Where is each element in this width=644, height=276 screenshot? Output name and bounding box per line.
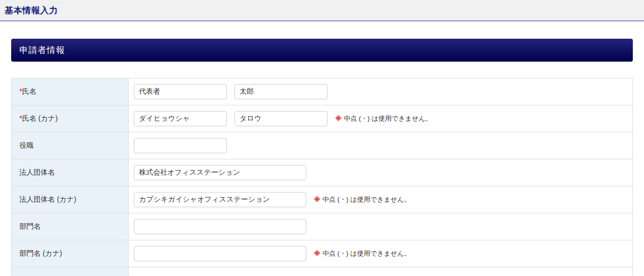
field-label-next-cutoff [12,267,129,276]
field-inputs-company-name-kana: ※中点 (・) は使用できません。 [134,192,632,207]
field-label-department-name-kana: 部門名 (カナ) [12,240,129,267]
field-content-department-name-kana: ※中点 (・) は使用できません。 [129,240,633,267]
field-inputs-name [134,84,632,99]
field-inputs-department-name-kana: ※中点 (・) は使用できません。 [134,246,632,261]
field-content-next-cutoff [129,267,633,276]
field-content-name-kana: ※中点 (・) は使用できません。 [129,105,633,132]
position-input[interactable] [134,138,227,153]
field-content-company-name [129,159,633,186]
required-marker: * [19,114,22,122]
form-row-department-name-kana: 部門名 (カナ)※中点 (・) は使用できません。 [12,240,633,267]
field-inputs-company-name [134,165,632,180]
field-label-department-name: 部門名 [12,213,129,240]
kana-restriction-note: ※中点 (・) は使用できません。 [314,249,411,258]
note-marker: ※ [335,115,342,122]
field-content-position [129,132,633,159]
last-name-input[interactable] [134,84,227,99]
field-content-department-name [129,213,633,240]
last-name-kana-input[interactable] [134,111,227,126]
content-area: 申請者情報 *氏名*氏名 (カナ)※中点 (・) は使用できません。役職法人団体… [0,39,644,276]
form-row-next-cutoff [12,267,633,276]
kana-restriction-note: ※中点 (・) は使用できません。 [335,114,432,123]
form-row-company-name: 法人団体名 [12,159,633,186]
field-inputs-position [134,138,632,153]
page-title: 基本情報入力 [5,5,58,16]
field-content-name [129,78,633,105]
required-marker: * [19,87,22,95]
field-inputs-department-name [134,219,632,234]
field-label-position: 役職 [12,132,129,159]
form-row-company-name-kana: 法人団体名 (カナ)※中点 (・) は使用できません。 [12,186,633,213]
section-header-applicant-info: 申請者情報 [11,39,633,62]
form-row-department-name: 部門名 [12,213,633,240]
field-label-name-kana: *氏名 (カナ) [12,105,129,132]
company-name-kana-input[interactable] [134,192,306,207]
field-label-company-name: 法人団体名 [12,159,129,186]
kana-restriction-note: ※中点 (・) は使用できません。 [314,195,411,204]
field-label-company-name-kana: 法人団体名 (カナ) [12,186,129,213]
form-row-position: 役職 [12,132,633,159]
form-row-name: *氏名 [12,78,633,105]
first-name-kana-input[interactable] [235,111,328,126]
applicant-info-form: *氏名*氏名 (カナ)※中点 (・) は使用できません。役職法人団体名法人団体名… [11,78,633,276]
department-name-kana-input[interactable] [134,246,306,261]
note-marker: ※ [314,250,320,257]
note-marker: ※ [314,196,320,203]
department-name-input[interactable] [134,219,306,234]
field-inputs-name-kana: ※中点 (・) は使用できません。 [134,111,632,126]
field-content-company-name-kana: ※中点 (・) は使用できません。 [129,186,633,213]
company-name-input[interactable] [134,165,306,180]
section-title: 申請者情報 [19,44,65,56]
first-name-input[interactable] [235,84,328,99]
form-row-name-kana: *氏名 (カナ)※中点 (・) は使用できません。 [12,105,633,132]
page-header: 基本情報入力 [0,0,644,21]
field-label-name: *氏名 [12,78,129,105]
